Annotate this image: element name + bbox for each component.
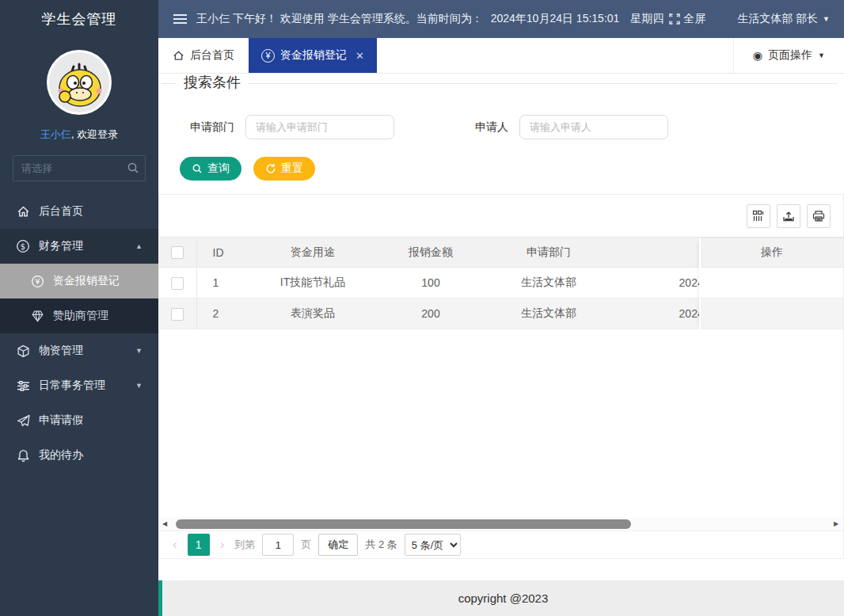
sidebar-search-input[interactable] — [13, 155, 146, 181]
query-label: 查询 — [207, 162, 230, 176]
yen-circle-icon: ¥ — [30, 274, 44, 288]
reset-button[interactable]: 重置 — [253, 157, 315, 181]
sidebar-item-todo[interactable]: 我的待办 — [0, 438, 158, 473]
avatar[interactable] — [47, 50, 112, 115]
welcome-suffix: , 欢迎登录 — [71, 128, 118, 140]
search-buttons: 查询 重置 — [180, 157, 844, 181]
chevron-up-icon: ▲ — [135, 242, 143, 250]
header-dept: 申请部门 — [489, 238, 608, 268]
weekday-text: 星期四 — [630, 12, 663, 26]
page-size-select[interactable]: 5 条/页 — [405, 534, 461, 556]
tab-reimbursement-active[interactable]: ¥ 资金报销登记 ✕ — [249, 38, 377, 73]
header-amount: 报销金额 — [372, 238, 489, 268]
table-card: ID 资金用途 报销金额 申请部门 申请日期 1 IT技能节礼品 100 — [158, 194, 844, 559]
gem-icon — [30, 309, 44, 323]
table-empty-space — [159, 329, 843, 517]
export-button[interactable] — [777, 204, 800, 228]
fullscreen-label: 全屏 — [683, 12, 705, 26]
search-icon[interactable] — [127, 162, 139, 174]
dept-input[interactable] — [245, 115, 394, 139]
current-datetime: 2024年10月24日 15:15:01 — [491, 12, 620, 26]
search-legend: 搜索条件 — [176, 74, 249, 92]
scrollbar-thumb[interactable] — [176, 519, 631, 529]
total-count-label: 共 2 条 — [365, 538, 397, 552]
printer-icon — [812, 210, 825, 222]
fullscreen-button[interactable]: 全屏 — [669, 12, 705, 26]
confirm-page-button[interactable]: 确定 — [318, 534, 358, 556]
header-purpose: 资金用途 — [253, 238, 372, 268]
query-button[interactable]: 查询 — [180, 157, 241, 181]
chevron-down-icon: ▼ — [135, 382, 143, 390]
search-icon — [192, 163, 203, 174]
hamburger-menu-icon[interactable] — [166, 0, 193, 38]
operation-cell — [701, 298, 843, 329]
prev-page-icon[interactable]: ‹ — [169, 537, 181, 553]
goto-suffix-label: 页 — [301, 538, 311, 552]
user-role-dropdown[interactable]: 生活文体部 部长 ▼ — [737, 12, 830, 26]
search-fieldset: 搜索条件 — [162, 83, 838, 96]
tab-bar: 后台首页 ¥ 资金报销登记 ✕ ◉ 页面操作 ▼ — [158, 38, 844, 74]
header-operation: 操作 — [701, 238, 843, 268]
sidebar-item-label: 我的待办 — [39, 448, 83, 462]
refresh-icon — [265, 163, 276, 174]
header-id: ID — [196, 238, 253, 268]
next-page-icon[interactable]: › — [217, 537, 228, 553]
reset-label: 重置 — [281, 162, 303, 176]
current-page-button[interactable]: 1 — [188, 534, 210, 556]
tab-active-label: 资金报销登记 — [280, 48, 347, 63]
export-icon — [782, 210, 795, 222]
tab-home[interactable]: 后台首页 — [158, 38, 249, 73]
row-checkbox[interactable] — [171, 308, 184, 321]
cell-purpose: IT技能节礼品 — [253, 268, 372, 298]
sidebar-item-label: 赞助商管理 — [53, 309, 108, 323]
finance-submenu: ¥ 资金报销登记 赞助商管理 — [0, 264, 158, 333]
sliders-icon — [16, 378, 30, 393]
sidebar: 学生会管理 王小仨 — [0, 0, 158, 616]
scroll-right-icon[interactable]: ▶ — [831, 517, 842, 530]
page-actions-dropdown[interactable]: ◉ 页面操作 ▼ — [733, 38, 844, 73]
radio-dot-icon: ◉ — [753, 50, 762, 61]
user-role-label: 生活文体部 部长 — [737, 12, 818, 26]
close-tab-icon[interactable]: ✕ — [355, 50, 364, 62]
sidebar-item-materials[interactable]: 物资管理 ▼ — [0, 333, 158, 368]
psyduck-avatar-image — [49, 52, 109, 112]
applicant-input[interactable] — [519, 115, 668, 139]
horizontal-scrollbar[interactable]: ◀ ▶ — [159, 517, 843, 530]
sidebar-item-home[interactable]: 后台首页 — [0, 194, 158, 229]
user-name: 王小仨 — [40, 128, 71, 140]
dollar-circle-icon: $ — [16, 239, 30, 253]
row-checkbox[interactable] — [171, 277, 184, 290]
home-icon — [173, 50, 184, 62]
scroll-left-icon[interactable]: ◀ — [159, 517, 170, 530]
cell-dept: 生活文体部 — [489, 268, 608, 298]
sidebar-item-label: 资金报销登记 — [53, 274, 120, 288]
sidebar-nav: 后台首页 $ 财务管理 ▲ ¥ 资金报销登记 — [0, 194, 158, 473]
sidebar-item-finance[interactable]: $ 财务管理 ▲ — [0, 229, 158, 264]
applicant-label: 申请人 — [461, 120, 508, 135]
search-form: 申请部门 申请人 — [158, 115, 844, 139]
send-icon — [16, 413, 30, 428]
welcome-text: 王小仨, 欢迎登录 — [0, 127, 158, 142]
print-button[interactable] — [807, 204, 831, 228]
table-toolbar — [159, 195, 843, 237]
copyright-text: copyright @2023 — [458, 591, 549, 605]
bell-icon — [16, 448, 30, 462]
cell-amount: 100 — [372, 268, 489, 298]
cell-amount: 200 — [372, 298, 489, 329]
filter-columns-button[interactable] — [747, 204, 770, 228]
sidebar-item-daily-affairs[interactable]: 日常事务管理 ▼ — [0, 368, 158, 403]
goto-prefix-label: 到第 — [234, 538, 255, 552]
svg-text:$: $ — [21, 242, 25, 251]
sidebar-item-reimbursement[interactable]: ¥ 资金报销登记 — [0, 264, 158, 298]
cell-dept: 生活文体部 — [489, 298, 608, 329]
select-all-checkbox[interactable] — [171, 246, 184, 259]
page-actions-label: 页面操作 — [768, 48, 812, 63]
sidebar-item-leave-request[interactable]: 申请请假 — [0, 403, 158, 438]
main-area: 王小仨 下午好！ 欢迎使用 学生会管理系统。当前时间为： 2024年10月24日… — [158, 0, 844, 616]
sidebar-item-label: 申请请假 — [39, 413, 83, 428]
content-area: 搜索条件 申请部门 申请人 查询 重置 — [158, 74, 844, 580]
goto-page-input[interactable] — [262, 534, 294, 556]
sidebar-item-label: 物资管理 — [39, 344, 83, 358]
sidebar-item-sponsor[interactable]: 赞助商管理 — [0, 298, 158, 333]
pagination-bar: ‹ 1 › 到第 页 确定 共 2 条 5 条/页 — [159, 530, 843, 558]
